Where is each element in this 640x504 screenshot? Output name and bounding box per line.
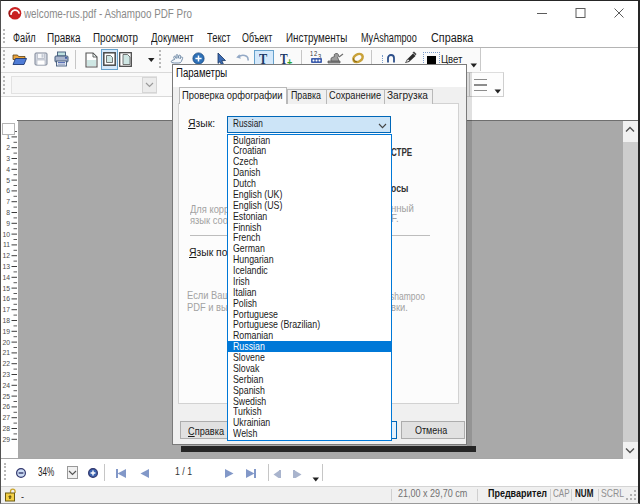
svg-text:15: 15 <box>2 285 10 292</box>
svg-text:13: 13 <box>2 263 10 270</box>
svg-text:18: 18 <box>2 317 10 324</box>
svg-text:20: 20 <box>2 339 10 346</box>
svg-text:8: 8 <box>6 209 10 216</box>
svg-text:9: 9 <box>6 220 10 227</box>
svg-text:4: 4 <box>6 166 10 173</box>
svg-text:5: 5 <box>6 177 10 184</box>
svg-text:12: 12 <box>2 252 10 259</box>
svg-text:25: 25 <box>2 393 10 400</box>
svg-text:19: 19 <box>2 328 10 335</box>
svg-text:26: 26 <box>2 403 10 410</box>
svg-text:10: 10 <box>2 231 10 238</box>
svg-text:21: 21 <box>2 349 10 356</box>
svg-text:23: 23 <box>2 371 10 378</box>
svg-text:14: 14 <box>2 274 10 281</box>
svg-text:16: 16 <box>2 295 10 302</box>
svg-text:29: 29 <box>2 436 10 443</box>
svg-text:22: 22 <box>2 360 10 367</box>
svg-text:6: 6 <box>6 187 10 194</box>
svg-text:11: 11 <box>3 241 10 248</box>
svg-text:28: 28 <box>2 425 10 432</box>
svg-text:7: 7 <box>6 198 10 205</box>
svg-text:17: 17 <box>2 306 10 313</box>
svg-text:3: 3 <box>6 155 10 162</box>
svg-text:27: 27 <box>2 414 10 421</box>
svg-text:2: 2 <box>6 144 10 151</box>
svg-text:24: 24 <box>2 382 10 389</box>
